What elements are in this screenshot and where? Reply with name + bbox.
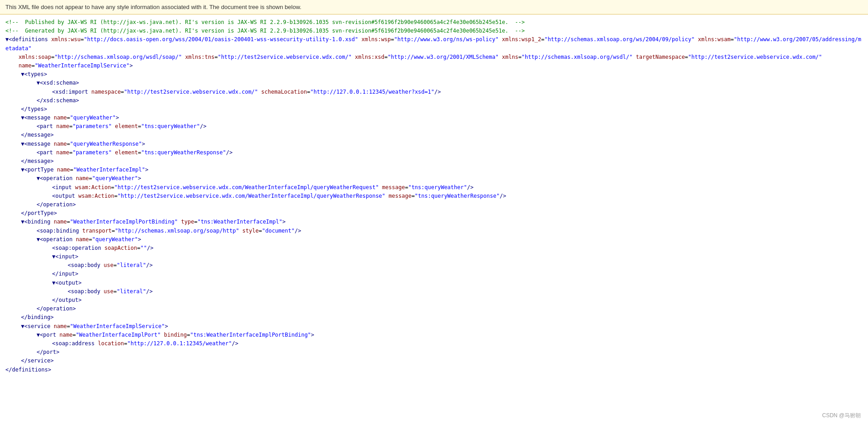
operation-queryweather-open: ▼<operation name="queryWeather"> [37,175,141,181]
xml-content: <!-- Published by JAX-WS RI (http://jax-… [0,14,868,378]
binding-operation-close: </operation> [37,305,76,312]
message-queryweather-close: </message> [21,132,53,138]
types-close: </types> [21,106,47,112]
comment-line-2: <!-- Generated by JAX-WS RI (http://jax-… [5,28,525,34]
binding-close: </binding> [21,314,53,320]
comment-line-1: <!-- Published by JAX-WS RI (http://jax-… [5,19,525,25]
message-queryweatherresponse-open: ▼<message name="queryWeatherResponse"> [21,141,145,147]
soap-body-output: <soap:body use="literal"/> [68,288,153,295]
service-open: ▼<service name="WeatherInterfaceImplServ… [21,323,168,329]
input-wsam: <input wsam:Action="http://test2service.… [52,184,473,191]
input-open: ▼<input> [52,253,78,260]
soap-operation: <soap:operation soapAction=""/> [52,245,153,251]
output-close: </output> [52,297,81,303]
soap-address: <soap:address location="http://127.0.0.1… [52,340,238,347]
service-close: </service> [21,357,53,364]
port-open: ▼<port name="WeatherInterfaceImplPort" b… [37,332,314,338]
definitions-open: ▼<definitions xmlns:wsu="http://docs.oas… [5,36,861,69]
xsd-schema-close: </xsd:schema> [37,97,79,104]
part-queryweatherresponse: <part name="parameters" element="tns:que… [37,149,233,156]
definitions-close: </definitions> [5,367,51,373]
soap-binding: <soap:binding transport="http://schemas.… [37,228,301,234]
binding-open: ▼<binding name="WeatherInterfaceImplPort… [21,219,285,225]
porttype-open: ▼<portType name="WeatherInterfaceImpl"> [21,167,148,173]
xsd-schema-open: ▼<xsd:schema> [37,80,79,86]
port-close: </port> [37,349,60,355]
operation-queryweather-close: </operation> [37,201,76,208]
binding-operation-open: ▼<operation name="queryWeather"> [37,236,141,243]
part-queryweather: <part name="parameters" element="tns:que… [37,123,207,129]
soap-body-input: <soap:body use="literal"/> [68,262,153,268]
info-message: This XML file does not appear to have an… [5,4,302,10]
message-queryweather-open: ▼<message name="queryWeather"> [21,114,119,121]
message-queryweatherresponse-close: </message> [21,158,53,164]
types-open: ▼<types> [21,71,47,77]
porttype-close: </portType> [21,210,57,216]
xsd-import: <xsd:import namespace="http://test2servi… [52,89,441,95]
input-close: </input> [52,271,78,277]
output-open: ▼<output> [52,280,81,286]
info-bar: This XML file does not appear to have an… [0,0,868,14]
output-wsam: <output wsam:Action="http://test2service… [52,193,506,199]
